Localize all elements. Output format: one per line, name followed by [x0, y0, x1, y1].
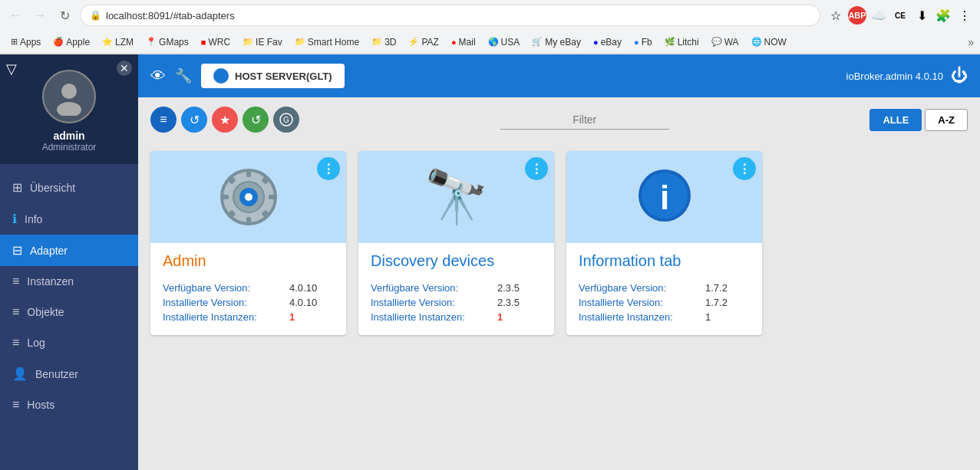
browser-toolbar-icons: ☆ ABP ☁️ CE ⬇ 🧩 ⋮ [827, 6, 974, 25]
log-icon: ≡ [12, 336, 19, 350]
discovery-installiert-row: Installierte Version: 2.3.5 [371, 297, 542, 308]
sidebar-item-hosts[interactable]: ≡ Hosts [0, 389, 138, 420]
address-bar[interactable]: 🔒 localhost:8091/#tab-adapters [80, 5, 820, 26]
bookmark-usa[interactable]: 🌎 USA [483, 35, 525, 49]
menu-icon[interactable]: ⋮ [955, 6, 974, 25]
ebay-bm-icon: ● [593, 38, 599, 47]
sidebar-item-log[interactable]: ≡ Log [0, 327, 138, 358]
host-server-button[interactable]: HOST SERVER(GLT) [201, 64, 345, 88]
bookmark-litchi-label: Litchi [678, 37, 699, 48]
information-installiert-label: Installierte Version: [579, 297, 705, 308]
sidebar-nav: ⊞ Übersicht ℹ Info ⊟ Adapter ≡ Instanzen… [0, 164, 138, 470]
download-icon[interactable]: ⬇ [912, 6, 931, 25]
bookmarks-more[interactable]: » [968, 36, 974, 48]
discovery-installiert-value: 2.3.5 [497, 297, 520, 308]
information-card-menu-button[interactable]: ⋮ [733, 157, 756, 180]
bookmark-iefav[interactable]: 📁 IE Fav [238, 35, 287, 49]
content-area: ≡ ↺ ★ ↺ G ALLE A-Z [138, 97, 980, 470]
bookmark-paz[interactable]: ⚡ PAZ [404, 35, 443, 49]
discovery-instanzen-row: Installierte Instanzen: 1 [371, 311, 542, 323]
wa-bm-icon: 💬 [711, 37, 722, 47]
cloudflare-icon[interactable]: ☁️ [869, 6, 888, 25]
update-button[interactable]: ↺ [243, 107, 269, 133]
apps-bm-icon: ⊞ [11, 37, 18, 47]
bookmark-wa[interactable]: 💬 WA [707, 35, 744, 49]
sidebar-item-info[interactable]: ℹ Info [0, 203, 138, 235]
bookmark-wrc-label: WRC [208, 37, 230, 48]
admin-card-title: Admin [163, 252, 334, 270]
favorites-button[interactable]: ★ [212, 107, 238, 133]
benutzer-label: Benutzer [35, 368, 78, 380]
az-filter-button[interactable]: A-Z [925, 109, 968, 131]
bookmark-myebay[interactable]: 🛒 My eBay [527, 35, 586, 49]
bookmark-wrc[interactable]: ■ WRC [196, 35, 235, 49]
discovery-card-info: Verfügbare Version: 2.3.5 Installierte V… [371, 282, 542, 323]
bookmark-3d-label: 3D [384, 37, 396, 48]
adapter-card-admin: ⋮ Admin Verfügbare Version: 4.0.10 Insta… [150, 151, 346, 335]
github-button[interactable]: G [273, 107, 299, 133]
admin-installiert-label: Installierte Version: [163, 297, 289, 308]
svg-point-1 [57, 102, 81, 116]
bookmark-usa-label: USA [501, 37, 520, 48]
sidebar-role: Administrator [42, 142, 97, 153]
refresh-button[interactable]: ↺ [181, 107, 207, 133]
eye-icon[interactable]: 👁 [150, 67, 166, 85]
svg-rect-10 [246, 169, 251, 177]
reload-button[interactable]: ↻ [55, 6, 74, 25]
now-bm-icon: 🌐 [751, 37, 762, 47]
admin-verfuegbar-label: Verfügbare Version: [163, 282, 289, 294]
bookmark-smarthome-label: Smart Home [308, 37, 359, 48]
sidebar-item-instanzen[interactable]: ≡ Instanzen [0, 266, 138, 297]
sidebar-profile: ▽ ✕ admin Administrator [0, 54, 138, 164]
bookmark-3d[interactable]: 📁 3D [367, 35, 401, 49]
card-body-discovery: Discovery devices Verfügbare Version: 2.… [358, 243, 554, 335]
filter-input[interactable] [500, 110, 669, 130]
list-view-button[interactable]: ≡ [150, 107, 177, 133]
bookmark-fb[interactable]: ● Fb [629, 35, 657, 49]
content-toolbar: ≡ ↺ ★ ↺ G ALLE A-Z [138, 97, 980, 142]
bookmark-smarthome[interactable]: 📁 Smart Home [290, 35, 364, 49]
bookmark-lzm-label: LZM [115, 37, 134, 48]
svg-text:i: i [659, 179, 668, 216]
abp-icon[interactable]: ABP [848, 6, 866, 25]
sidebar-item-objekte[interactable]: ≡ Objekte [0, 297, 138, 327]
discovery-card-menu-button[interactable]: ⋮ [525, 157, 548, 180]
admin-instanzen-label: Installierte Instanzen: [163, 311, 289, 323]
top-bar: 👁 🔧 HOST SERVER(GLT) ioBroker.admin 4.0.… [138, 54, 980, 97]
sidebar-item-adapter[interactable]: ⊟ Adapter [0, 235, 138, 266]
host-btn-icon [213, 68, 229, 84]
bookmark-gmaps[interactable]: 📍 GMaps [141, 35, 193, 49]
bookmark-iefav-label: IE Fav [256, 37, 282, 48]
wrench-icon[interactable]: 🔧 [175, 67, 192, 84]
forward-button[interactable]: → [31, 6, 49, 25]
bookmark-now[interactable]: 🌐 NOW [747, 35, 791, 49]
bookmark-mail[interactable]: ● Mail [447, 35, 480, 49]
lock-icon: 🔒 [90, 10, 101, 21]
ubersicht-icon: ⊞ [12, 180, 22, 195]
card-header-admin: ⋮ [150, 151, 346, 243]
bookmark-litchi[interactable]: 🌿 Litchi [660, 35, 704, 49]
discovery-card-icon: 🔭 [424, 166, 489, 228]
alle-filter-button[interactable]: ALLE [869, 109, 922, 131]
bookmark-lzm[interactable]: ⭐ LZM [97, 35, 138, 49]
sidebar-item-benutzer[interactable]: 👤 Benutzer [0, 358, 138, 389]
discovery-card-title: Discovery devices [371, 252, 542, 270]
admin-card-menu-button[interactable]: ⋮ [317, 157, 340, 180]
bookmark-apps[interactable]: ⊞ Apps [6, 35, 45, 49]
svg-point-0 [61, 84, 77, 99]
bookmark-apple[interactable]: 🍎 Apple [48, 35, 94, 49]
bookmark-wa-label: WA [724, 37, 739, 48]
sidebar-username: admin [53, 130, 84, 142]
bookmark-fb-label: Fb [642, 37, 652, 48]
sidebar-close-button[interactable]: ✕ [117, 61, 132, 76]
svg-text:G: G [283, 116, 289, 124]
ce-icon[interactable]: CE [891, 6, 909, 25]
star-icon[interactable]: ☆ [827, 6, 845, 25]
sidebar-item-ubersicht[interactable]: ⊞ Übersicht [0, 172, 138, 203]
power-icon[interactable]: ⏻ [951, 66, 968, 86]
avatar [42, 70, 96, 123]
extension-icon[interactable]: 🧩 [934, 6, 952, 25]
bookmark-ebay[interactable]: ● eBay [589, 35, 626, 49]
back-button[interactable]: ← [6, 6, 25, 25]
benutzer-icon: 👤 [12, 366, 28, 381]
